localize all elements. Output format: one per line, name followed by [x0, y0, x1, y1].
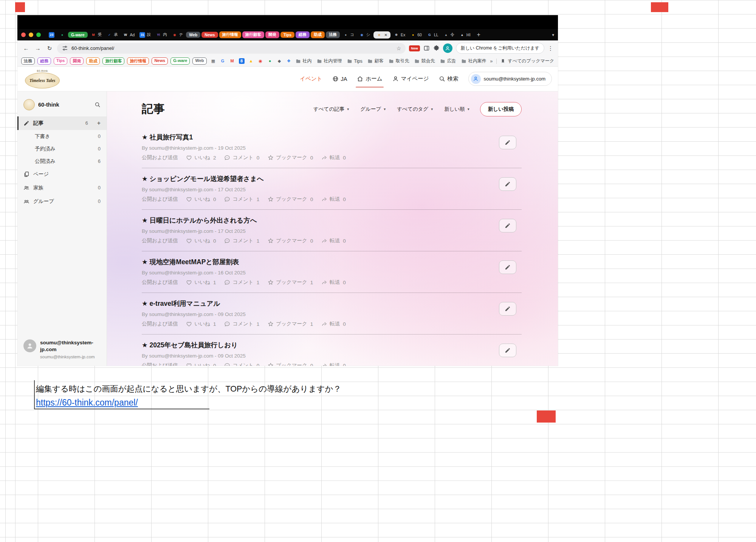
bookmarks-overflow-icon[interactable]: »: [490, 58, 493, 64]
browser-tab[interactable]: Web: [186, 32, 200, 38]
edit-article-button[interactable]: [499, 344, 516, 357]
browser-tab[interactable]: M 受: [89, 31, 104, 39]
browser-tab[interactable]: ◉ テ: [170, 31, 185, 39]
browser-tab[interactable]: 助成: [311, 31, 325, 38]
share-stat[interactable]: 転送 0: [321, 279, 346, 286]
browser-tab[interactable]: W Ad: [121, 31, 137, 39]
nav-search-link[interactable]: 検索: [439, 75, 459, 82]
tab-overflow-chevron-icon[interactable]: ▾: [552, 33, 554, 37]
bookmark-group-chip[interactable]: Tips: [54, 57, 67, 65]
like-stat[interactable]: いいね 2: [186, 154, 216, 161]
bookmark-group-chip[interactable]: Web: [192, 57, 206, 65]
bookmark-stat[interactable]: ブックマーク 0: [268, 237, 313, 244]
article-row[interactable]: ★ 2025年セブ島社員旅行しおり By soumu@thinksystem-j…: [142, 334, 522, 366]
bookmark-group-chip[interactable]: G-ware: [170, 57, 190, 65]
edit-article-button[interactable]: [499, 136, 516, 149]
article-title[interactable]: ★ 日曜日にホテルから外出される方へ: [142, 216, 522, 225]
nav-mypage-link[interactable]: マイページ: [392, 75, 429, 82]
sidebar-user-block[interactable]: soumu@thinksystem-jp.com soumu@thinksyst…: [17, 334, 107, 366]
browser-tab[interactable]: ● 60: [408, 31, 424, 39]
site-settings-icon[interactable]: [62, 45, 68, 51]
site-logo[interactable]: 60-think Timeless Tales: [25, 70, 60, 88]
browser-tab[interactable]: ✽ Ex: [392, 31, 407, 39]
browser-tab[interactable]: ▲ 令: [442, 31, 457, 39]
address-bar[interactable]: 60-think.com/panel/ ☆: [57, 43, 406, 54]
sidebar-subitem[interactable]: 下書き 0: [17, 130, 107, 142]
bookmark-site-icon[interactable]: ◆: [277, 58, 282, 64]
bookmark-site-icon[interactable]: G: [220, 58, 226, 64]
edit-article-button[interactable]: [499, 260, 516, 274]
nav-events-link[interactable]: イベント: [300, 75, 322, 82]
add-article-icon[interactable]: +: [97, 120, 101, 127]
browser-tab[interactable]: 開発: [265, 31, 279, 38]
sidebar-item-family[interactable]: 家族 0: [17, 181, 107, 195]
filter-dropdown[interactable]: 新しい順 ▾: [444, 106, 469, 113]
bookmark-site-icon[interactable]: ●: [267, 58, 273, 64]
share-stat[interactable]: 転送 0: [321, 362, 346, 366]
browser-tab[interactable]: ◈ ✕: [373, 31, 390, 39]
browser-tab[interactable]: ◉ シ: [357, 31, 372, 39]
share-stat[interactable]: 転送 0: [321, 154, 346, 161]
forward-button[interactable]: →: [34, 45, 42, 51]
zoom-window-button[interactable]: [36, 33, 41, 37]
article-title[interactable]: ★ e-travel利用マニュアル: [142, 299, 522, 308]
side-panel-icon[interactable]: [423, 45, 430, 51]
sidebar-subitem[interactable]: 公開済み 6: [17, 155, 107, 167]
bookmark-stat[interactable]: ブックマーク 1: [268, 321, 313, 327]
browser-profile-avatar[interactable]: [443, 43, 452, 53]
bookmark-folder[interactable]: 顧客: [367, 58, 384, 64]
chrome-new-badge[interactable]: New: [409, 45, 420, 51]
comment-stat[interactable]: コメント 1: [224, 196, 259, 203]
account-menu[interactable]: soumu@thinksystem-jp.com: [468, 72, 552, 86]
filter-dropdown[interactable]: すべての記事 ▾: [313, 106, 349, 113]
bookmark-site-icon[interactable]: ▦: [211, 58, 216, 64]
bookmark-site-icon[interactable]: M: [229, 58, 235, 64]
share-stat[interactable]: 転送 0: [321, 237, 346, 244]
share-stat[interactable]: 転送 0: [321, 196, 346, 203]
edit-article-button[interactable]: [499, 177, 516, 191]
language-selector[interactable]: JA: [332, 76, 347, 82]
article-title[interactable]: ★ ショッピングモール送迎希望者さまへ: [142, 174, 522, 183]
browser-tab[interactable]: G-ware: [68, 32, 88, 38]
browser-tab[interactable]: News: [201, 32, 218, 38]
browser-tab[interactable]: Tips: [280, 32, 294, 38]
browser-tab[interactable]: 総務: [296, 31, 310, 38]
article-title[interactable]: ★ 2025年セブ島社員旅行しおり: [142, 341, 522, 350]
bookmark-group-chip[interactable]: 開発: [70, 57, 84, 65]
like-stat[interactable]: いいね 1: [186, 279, 216, 286]
bookmark-folder[interactable]: Tips: [347, 59, 363, 64]
browser-tab[interactable]: ●: [57, 31, 67, 39]
browser-tab[interactable]: 31 設: [138, 31, 153, 39]
article-row[interactable]: ★ 日曜日にホテルから外出される方へ By soumu@thinksystem-…: [142, 209, 522, 251]
bookmark-folder[interactable]: 社内: [296, 58, 312, 64]
comment-stat[interactable]: コメント 1: [224, 279, 259, 286]
chrome-update-chip[interactable]: 新しい Chrome をご利用いただけます: [456, 43, 544, 54]
like-stat[interactable]: いいね 0: [186, 196, 216, 203]
bookmark-group-chip[interactable]: 旅行情報: [127, 57, 149, 65]
bookmark-folder[interactable]: 取引先: [389, 58, 409, 64]
bookmark-star-icon[interactable]: ☆: [397, 45, 401, 51]
bookmark-group-chip[interactable]: 総務: [37, 57, 51, 65]
minimize-window-button[interactable]: [29, 33, 33, 37]
sidebar-item-articles[interactable]: 記事 6 +: [17, 116, 107, 130]
bookmark-site-icon[interactable]: ▲: [248, 58, 254, 64]
comment-stat[interactable]: コメント 0: [224, 362, 259, 366]
bookmark-folder[interactable]: 競合先: [414, 58, 435, 64]
bookmark-stat[interactable]: ブックマーク 1: [268, 279, 313, 286]
filter-dropdown[interactable]: グループ ▾: [360, 106, 386, 113]
sidebar-item-groups[interactable]: グループ 0: [17, 195, 107, 208]
article-title[interactable]: ★ 現地空港MeetMAPと部屋割表: [142, 257, 522, 266]
like-stat[interactable]: いいね 0: [186, 237, 216, 244]
article-row[interactable]: ★ 社員旅行写真1 By soumu@thinksystem-jp.com - …: [142, 127, 522, 168]
bookmark-site-icon[interactable]: 8: [239, 58, 245, 64]
close-window-button[interactable]: [21, 33, 26, 37]
bookmark-stat[interactable]: ブックマーク 0: [268, 196, 313, 203]
comment-stat[interactable]: コメント 1: [224, 237, 259, 244]
extensions-puzzle-icon[interactable]: [433, 45, 440, 51]
bookmark-group-chip[interactable]: 助成: [86, 57, 100, 65]
bookmark-site-icon[interactable]: ◉: [258, 58, 263, 64]
article-title[interactable]: ★ 社員旅行写真1: [142, 133, 522, 142]
like-stat[interactable]: いいね 0: [186, 362, 216, 366]
article-row[interactable]: ★ 現地空港MeetMAPと部屋割表 By soumu@thinksystem-…: [142, 251, 522, 293]
sheet-link[interactable]: https://60-think.com/panel/: [36, 398, 138, 408]
